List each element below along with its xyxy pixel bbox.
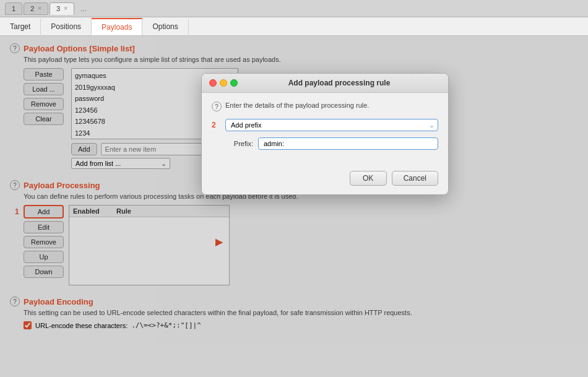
nav-tabs: Target Positions Payloads Options [0, 17, 588, 36]
prefix-label: Prefix: [225, 140, 253, 147]
modal-help-icon[interactable]: ? [212, 102, 222, 111]
modal-prefix-field: 2 Prefix: 3 [212, 137, 438, 150]
tab-2-close[interactable]: × [38, 5, 41, 12]
modal-body: ? Enter the details of the payload proce… [202, 93, 448, 165]
modal-title: Add payload processing rule [238, 79, 441, 87]
tab-positions[interactable]: Positions [41, 19, 92, 35]
ok-button[interactable]: OK [350, 171, 387, 186]
tab-bar: 1 2 × 3 × ... [0, 0, 588, 17]
tab-2[interactable]: 2 × [24, 2, 48, 15]
main-content: ? Payload Options [Simple list] This pay… [0, 36, 588, 377]
tab-payloads[interactable]: Payloads [92, 18, 142, 35]
modal-rule-field: 2 Add prefix Add suffix Match/Replace UR… [212, 119, 438, 131]
modal-overlay: Add payload processing rule ? Enter the … [0, 36, 588, 377]
prefix-input-wrapper: 3 [258, 137, 438, 150]
tab-2-label: 2 [30, 5, 34, 12]
prefix-input[interactable] [258, 137, 438, 150]
tab-target[interactable]: Target [0, 19, 41, 35]
maximize-button-tl[interactable] [230, 79, 238, 87]
minimize-button-tl[interactable] [220, 79, 227, 87]
modal-select-wrapper: Add prefix Add suffix Match/Replace URL-… [225, 119, 438, 131]
tab-3-label: 3 [56, 5, 60, 12]
close-button-tl[interactable] [209, 79, 217, 87]
traffic-lights [209, 79, 238, 87]
modal-dialog: Add payload processing rule ? Enter the … [201, 73, 449, 195]
modal-titlebar: Add payload processing rule [202, 74, 448, 93]
tab-1-label: 1 [12, 5, 15, 12]
modal-desc-text: Enter the details of the payload process… [225, 102, 369, 109]
cancel-button[interactable]: Cancel [392, 171, 438, 186]
tab-more[interactable]: ... [76, 3, 91, 14]
tab-options[interactable]: Options [142, 19, 188, 35]
modal-desc: ? Enter the details of the payload proce… [212, 102, 438, 111]
tab-1[interactable]: 1 [5, 2, 22, 15]
tab-3[interactable]: 3 × [50, 2, 74, 15]
modal-footer: OK Cancel [202, 165, 448, 194]
rule-type-select[interactable]: Add prefix Add suffix Match/Replace URL-… [225, 119, 438, 131]
step3-label: 3 [447, 139, 449, 148]
step2-label: 2 [212, 121, 220, 129]
tab-3-close[interactable]: × [64, 5, 67, 12]
